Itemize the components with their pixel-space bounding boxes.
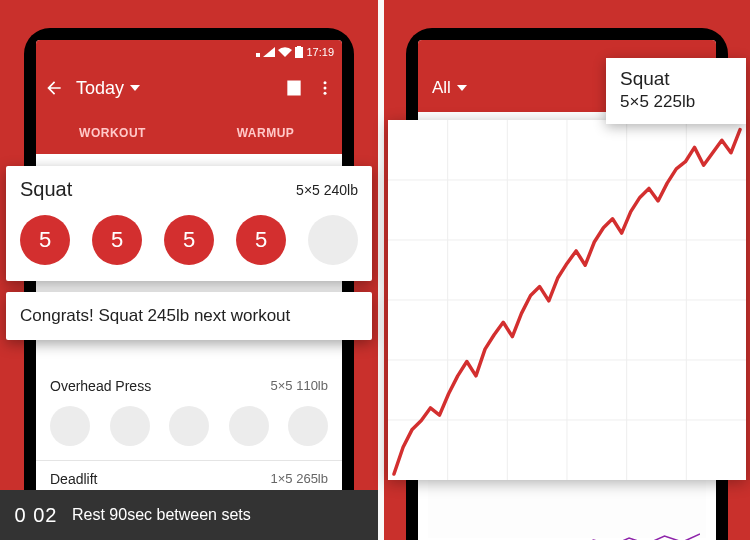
rest-timer: 0 02 <box>0 504 72 527</box>
svg-marker-8 <box>457 85 467 91</box>
rest-timer-bar[interactable]: 0 02 Rest 90sec between sets <box>0 490 378 540</box>
date-picker[interactable]: Today <box>76 78 140 99</box>
exercise-overhead-press[interactable]: Overhead Press 5×5 110lb <box>36 368 342 461</box>
network-icon <box>250 47 260 57</box>
tab-workout[interactable]: WORKOUT <box>36 112 189 154</box>
tooltip-scheme: 5×5 225lb <box>620 92 732 112</box>
toast-text: Congrats! Squat 245lb next workout <box>20 306 290 325</box>
exercise-scheme: 1×5 265lb <box>271 471 328 487</box>
exercise-scheme: 5×5 240lb <box>296 182 358 198</box>
set-button[interactable]: 5 <box>92 215 142 265</box>
set-button[interactable] <box>50 406 90 446</box>
more-icon[interactable] <box>316 79 334 97</box>
tab-bar: WORKOUT WARMUP <box>36 112 342 154</box>
screen-left: 17:19 Today WORKOUT WARMUP Ove <box>36 40 342 540</box>
exercise-name: Squat <box>20 178 72 201</box>
app-bar: Today <box>36 64 342 112</box>
active-exercise-card[interactable]: Squat 5×5 240lb 5555 <box>6 166 372 281</box>
progress-toast: Congrats! Squat 245lb next workout <box>6 292 372 340</box>
chevron-down-icon <box>457 85 467 91</box>
tab-warmup[interactable]: WARMUP <box>189 112 342 154</box>
set-button[interactable] <box>288 406 328 446</box>
svg-point-7 <box>324 92 327 95</box>
chevron-down-icon <box>130 85 140 91</box>
status-time: 17:19 <box>306 46 334 58</box>
battery-icon <box>295 46 303 58</box>
svg-marker-1 <box>263 47 275 57</box>
notes-icon[interactable] <box>284 78 304 98</box>
exercise-name: Deadlift <box>50 471 97 487</box>
chart-tooltip: Squat 5×5 225lb <box>606 58 746 124</box>
svg-marker-4 <box>130 85 140 91</box>
svg-point-6 <box>324 87 327 90</box>
secondary-chart <box>434 530 700 540</box>
svg-point-5 <box>324 81 327 84</box>
promo-panel-left: 17:19 Today WORKOUT WARMUP Ove <box>0 0 378 540</box>
set-button[interactable] <box>110 406 150 446</box>
svg-rect-3 <box>297 46 301 47</box>
set-row <box>50 406 328 446</box>
exercise-name: Overhead Press <box>50 378 151 394</box>
set-button[interactable]: 5 <box>164 215 214 265</box>
phone-frame: 17:19 Today WORKOUT WARMUP Ove <box>24 28 354 540</box>
filter-label: All <box>432 78 451 98</box>
wifi-icon <box>278 47 292 57</box>
tooltip-name: Squat <box>620 68 732 90</box>
svg-rect-2 <box>295 47 303 58</box>
set-row: 5555 <box>20 215 358 265</box>
set-button[interactable] <box>169 406 209 446</box>
set-button[interactable]: 5 <box>236 215 286 265</box>
page-title: Today <box>76 78 124 99</box>
back-icon[interactable] <box>44 78 64 98</box>
set-button[interactable]: 5 <box>20 215 70 265</box>
rest-message: Rest 90sec between sets <box>72 506 251 524</box>
main-chart-card[interactable] <box>388 120 746 480</box>
status-bar: 17:19 <box>36 40 342 64</box>
svg-marker-0 <box>250 53 260 57</box>
exercise-scheme: 5×5 110lb <box>271 378 328 394</box>
promo-panel-right: All Squat 5×5 225lb <box>384 0 750 540</box>
set-button[interactable] <box>229 406 269 446</box>
signal-icon <box>263 47 275 57</box>
set-button[interactable] <box>308 215 358 265</box>
